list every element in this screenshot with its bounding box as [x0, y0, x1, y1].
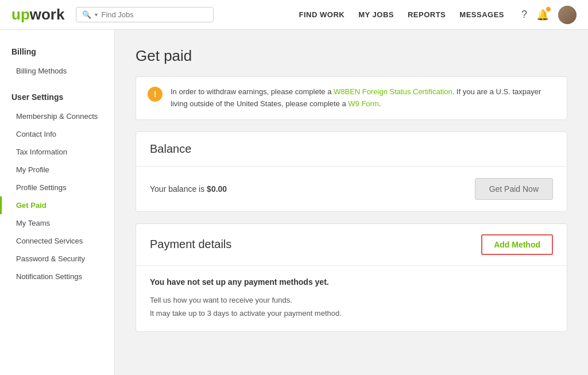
payment-details-card: Payment details Add Method You have not … — [136, 223, 567, 333]
sidebar-item-tax-information[interactable]: Tax Information — [0, 143, 114, 161]
balance-card-body: Your balance is $0.00 Get Paid Now — [136, 167, 567, 211]
payment-empty-title: You have not set up any payment methods … — [150, 277, 553, 287]
add-method-button[interactable]: Add Method — [481, 234, 553, 255]
alert-box: ! In order to withdraw earnings, please … — [136, 76, 567, 120]
alert-text-before: In order to withdraw earnings, please co… — [171, 87, 334, 96]
sidebar-item-billing-methods[interactable]: Billing Methods — [0, 62, 114, 80]
nav-links: FIND WORK MY JOBS REPORTS MESSAGES — [299, 10, 504, 19]
payment-empty-text: Tell us how you want to receive your fun… — [150, 293, 553, 320]
payment-details-title: Payment details — [150, 238, 231, 251]
alert-text-after: . — [379, 99, 381, 108]
balance-label: Your balance is — [150, 184, 207, 194]
logo-up: up — [11, 6, 30, 23]
avatar-image — [558, 6, 577, 24]
chevron-down-icon: ▾ — [95, 11, 98, 18]
payment-empty-line1: Tell us how you want to receive your fun… — [150, 293, 553, 307]
payment-details-body: You have not set up any payment methods … — [136, 266, 567, 332]
balance-card-title: Balance — [150, 142, 191, 155]
balance-text: Your balance is $0.00 — [150, 184, 227, 194]
sidebar-item-connected-services[interactable]: Connected Services — [0, 232, 114, 250]
sidebar-item-my-teams[interactable]: My Teams — [0, 214, 114, 232]
nav-messages[interactable]: MESSAGES — [459, 10, 504, 19]
billing-section-title: Billing — [0, 44, 114, 60]
search-input[interactable] — [101, 10, 207, 19]
sidebar-item-notification-settings[interactable]: Notification Settings — [0, 268, 114, 285]
balance-amount: $0.00 — [207, 184, 227, 194]
get-paid-now-button[interactable]: Get Paid Now — [475, 178, 553, 200]
sidebar-item-get-paid[interactable]: Get Paid — [0, 196, 114, 214]
page-layout: Billing Billing Methods User Settings Me… — [0, 30, 588, 375]
user-settings-section-title: User Settings — [0, 89, 114, 105]
bell-badge — [546, 7, 551, 11]
nav-reports[interactable]: REPORTS — [408, 10, 446, 19]
nav-my-jobs[interactable]: MY JOBS — [358, 10, 394, 19]
nav-icons: ? 🔔 — [521, 6, 577, 24]
sidebar: Billing Billing Methods User Settings Me… — [0, 30, 115, 375]
balance-card: Balance Your balance is $0.00 Get Paid N… — [136, 132, 567, 212]
sidebar-item-profile-settings[interactable]: Profile Settings — [0, 179, 114, 196]
logo-work: work — [30, 6, 65, 23]
payment-details-header: Payment details Add Method — [136, 224, 567, 266]
avatar[interactable] — [558, 6, 577, 24]
main-content: Get paid ! In order to withdraw earnings… — [115, 30, 588, 375]
balance-card-header: Balance — [136, 132, 567, 167]
balance-row: Your balance is $0.00 Get Paid Now — [150, 178, 553, 200]
logo[interactable]: upwork — [11, 6, 64, 24]
payment-empty-line2: It may take up to 3 days to activate you… — [150, 307, 553, 320]
alert-text: In order to withdraw earnings, please co… — [171, 86, 555, 110]
page-title: Get paid — [136, 47, 567, 65]
search-icon: 🔍 — [82, 10, 91, 19]
search-bar[interactable]: 🔍 ▾ — [76, 7, 214, 22]
help-icon[interactable]: ? — [521, 9, 527, 21]
top-nav: upwork 🔍 ▾ FIND WORK MY JOBS REPORTS MES… — [0, 0, 588, 30]
nav-find-work[interactable]: FIND WORK — [299, 10, 345, 19]
sidebar-item-password-security[interactable]: Password & Security — [0, 250, 114, 268]
alert-link-w9[interactable]: W9 Form — [348, 99, 378, 108]
bell-wrapper[interactable]: 🔔 — [536, 9, 549, 21]
alert-icon: ! — [148, 87, 163, 102]
sidebar-item-contact-info[interactable]: Contact Info — [0, 125, 114, 143]
alert-link-w8ben[interactable]: W8BEN Foreign Status Certification — [334, 87, 452, 96]
sidebar-item-membership-connects[interactable]: Membership & Connects — [0, 107, 114, 125]
sidebar-item-my-profile[interactable]: My Profile — [0, 161, 114, 179]
